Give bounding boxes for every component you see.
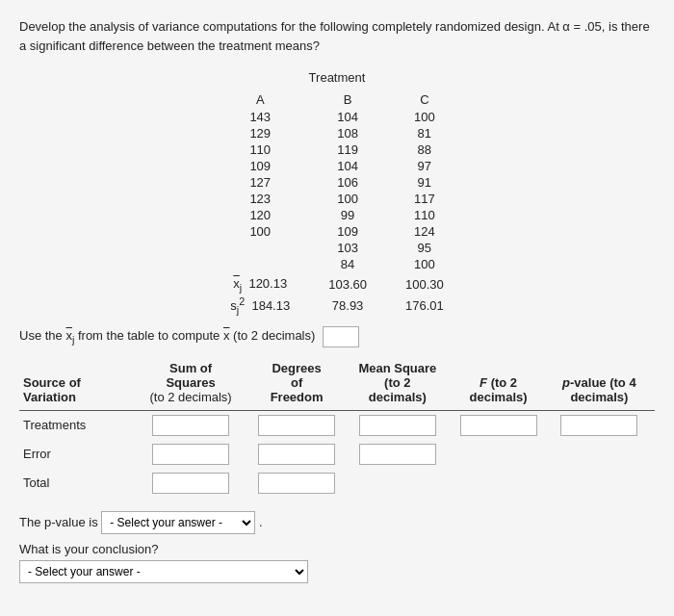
anova-section: Source of Variation Sum ofSquares(to 2 d…	[19, 359, 655, 498]
error-ss-input[interactable]	[152, 444, 229, 465]
conclusion-row: What is your conclusion? - Select your a…	[19, 542, 655, 583]
error-ms-input[interactable]	[359, 444, 436, 465]
intro-text: Develop the analysis of variance computa…	[19, 17, 655, 55]
treatments-pvalue-input[interactable]	[560, 415, 637, 436]
table-row: 110	[386, 207, 463, 223]
table-row: 103	[309, 240, 386, 256]
table-row: 119	[309, 141, 386, 158]
table-row: 88	[386, 141, 463, 158]
table-row: 84	[309, 256, 386, 272]
use-text-label: Use the xj from the table to compute x (…	[19, 328, 315, 343]
anova-table: Source of Variation Sum ofSquares(to 2 d…	[19, 359, 655, 498]
table-row: 91	[386, 174, 463, 191]
col-a-header: A	[211, 90, 309, 109]
s2-value-b: 78.93	[309, 295, 386, 317]
table-row: 104	[309, 158, 386, 174]
treatments-ss-input[interactable]	[152, 415, 229, 436]
table-row: 129	[211, 125, 309, 141]
table-row: 100	[386, 109, 463, 125]
table-row: 143	[211, 109, 309, 125]
xbar-value-b: 103.60	[309, 272, 386, 295]
table-row: 127	[211, 174, 309, 191]
header-f: F (to 2decimals)	[453, 359, 543, 411]
table-row: 99	[309, 207, 386, 223]
treatments-label: Treatments	[19, 410, 130, 440]
anova-row-error: Error	[19, 440, 655, 469]
table-row: 100	[309, 191, 386, 207]
treatments-f-input[interactable]	[460, 415, 537, 436]
pvalue-select[interactable]: - Select your answer -less than .01betwe…	[101, 511, 255, 534]
table-row: 109	[211, 158, 309, 174]
table-row: 108	[309, 125, 386, 141]
xbar-value-a: xj 120.13	[211, 272, 309, 295]
treatments-ms-input[interactable]	[359, 415, 436, 436]
error-label: Error	[19, 440, 130, 469]
header-ms: Mean Square(to 2decimals)	[342, 359, 453, 411]
table-row: 117	[386, 191, 463, 207]
treatment-table: A B C 1431041001291088111011988109104971…	[211, 90, 462, 317]
header-df: DegreesofFreedom	[251, 359, 342, 411]
anova-row-total: Total	[19, 469, 655, 498]
error-df-input[interactable]	[258, 444, 335, 465]
col-c-header: C	[386, 90, 463, 109]
s2-value-c: 176.01	[386, 295, 463, 317]
total-ss-input[interactable]	[152, 473, 229, 494]
total-df-input[interactable]	[258, 473, 335, 494]
table-row: 106	[309, 174, 386, 191]
conclusion-label: What is your conclusion?	[19, 542, 655, 556]
table-row: 109	[309, 223, 386, 240]
header-pvalue: p-value (to 4decimals)	[544, 359, 655, 411]
total-label: Total	[19, 469, 130, 498]
xbar-value-c: 100.30	[386, 272, 463, 295]
table-row	[211, 240, 309, 256]
table-row: 104	[309, 109, 386, 125]
header-ss: Sum ofSquares(to 2 decimals)	[130, 359, 251, 411]
treatment-section: Treatment A B C 143104100129108811101198…	[19, 70, 655, 317]
anova-row-treatments: Treatments	[19, 410, 655, 440]
pvalue-row: The p-value is - Select your answer -les…	[19, 511, 655, 534]
conclusion-select[interactable]: - Select your answer -Reject H0. There i…	[19, 560, 308, 583]
use-text-row: Use the xj from the table to compute x (…	[19, 326, 655, 347]
table-row	[211, 256, 309, 272]
header-source: Source of Variation	[19, 359, 130, 411]
table-row: 100	[386, 256, 463, 272]
pvalue-label: The p-value is	[19, 515, 98, 529]
table-row: 95	[386, 240, 463, 256]
table-row: 123	[211, 191, 309, 207]
treatment-label: Treatment	[309, 70, 366, 85]
table-row: 100	[211, 223, 309, 240]
treatments-df-input[interactable]	[258, 415, 335, 436]
s2-value-a: sj2 184.13	[211, 295, 309, 317]
col-b-header: B	[309, 90, 386, 109]
table-row: 124	[386, 223, 463, 240]
xbar-overall-input[interactable]	[323, 326, 359, 347]
table-row: 110	[211, 141, 309, 158]
table-row: 120	[211, 207, 309, 223]
table-row: 97	[386, 158, 463, 174]
table-row: 81	[386, 125, 463, 141]
